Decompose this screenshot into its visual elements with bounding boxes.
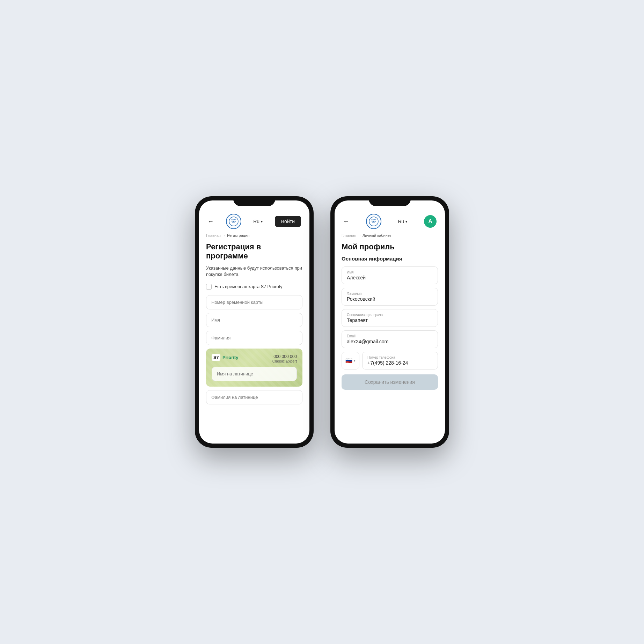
phone1-header: ← АВИА Ru ▾ Войти: [206, 214, 302, 229]
lang-chevron-2: ▾: [405, 220, 407, 224]
s7-card-type: Classic Expert: [272, 359, 297, 363]
back-button-2[interactable]: ←: [343, 218, 349, 225]
language-selector[interactable]: Ru ▾: [253, 219, 263, 224]
name-label: Имя: [347, 270, 433, 274]
specialty-field-group: Специализация врача Терапевт: [342, 309, 438, 327]
s7-badge: S7: [212, 354, 220, 361]
phone-input-group: Номер телефона +7(495) 228-16-24: [362, 352, 438, 369]
notch-2: [369, 196, 411, 206]
country-selector[interactable]: 🇷🇺 ▾: [342, 352, 359, 369]
breadcrumb-home-2[interactable]: Главная: [342, 233, 356, 237]
s7-priority-label: Priority: [222, 355, 239, 360]
country-chevron: ▾: [354, 359, 356, 363]
phone-label: Номер телефона: [367, 356, 433, 359]
name-input[interactable]: [206, 313, 302, 327]
avatar-letter: А: [428, 218, 432, 225]
s7-card-right: 000 000 000 Classic Expert: [272, 354, 297, 363]
logo-inner: АВИА: [227, 215, 240, 228]
lang-chevron: ▾: [261, 220, 263, 224]
page-title-2: Мой профиль: [342, 242, 438, 251]
card-content: S7 Priority 000 000 000 Classic Expert: [212, 354, 297, 363]
page-subtitle-1: Указанные данные будут использоваться пр…: [206, 265, 302, 278]
login-button[interactable]: Войти: [275, 216, 301, 227]
svg-text:АВИА: АВИА: [231, 219, 236, 221]
phone-2-frame: ← АВИА Ru ▾ А: [330, 196, 449, 448]
phone-1-frame: ← АВИА Ru ▾ Войти: [195, 196, 314, 448]
logo-2: АВИА: [366, 214, 381, 229]
language-selector-2[interactable]: Ru ▾: [398, 219, 407, 224]
name-field-group: Имя Алексей: [342, 266, 438, 284]
section-title: Основная информация: [342, 256, 438, 262]
specialty-label: Специализация врача: [347, 313, 433, 317]
specialty-value[interactable]: Терапевт: [347, 317, 433, 323]
phone2-header: ← АВИА Ru ▾ А: [342, 214, 438, 229]
s7-card-number: 000 000 000: [272, 354, 297, 359]
breadcrumb-arrow-2: →: [358, 234, 361, 237]
surname-field-group: Фамилия Рокосовский: [342, 288, 438, 306]
s7-logo: S7 Priority: [212, 354, 238, 361]
avatar[interactable]: А: [424, 215, 437, 228]
name-latin-input[interactable]: [212, 367, 297, 381]
surname-label: Фамилия: [347, 292, 433, 295]
save-button[interactable]: Сохранить изменения: [342, 374, 438, 390]
surname-latin-input[interactable]: [206, 390, 302, 404]
temp-card-input[interactable]: [206, 295, 302, 309]
svg-text:АВИА: АВИА: [371, 219, 376, 221]
s7-card-checkbox-label: Есть временная карта S7 Prioroty: [214, 284, 282, 289]
name-value[interactable]: Алексей: [347, 275, 433, 280]
email-value[interactable]: alex24@gmail.com: [347, 339, 433, 344]
phone-field-row: 🇷🇺 ▾ Номер телефона +7(495) 228-16-24: [342, 352, 438, 369]
breadcrumb-1: Главная → Регистрация: [206, 233, 302, 237]
breadcrumb-current: Регистрация: [227, 233, 249, 237]
email-label: Email: [347, 334, 433, 338]
lang-label-2: Ru: [398, 219, 404, 224]
breadcrumb-arrow: →: [222, 234, 226, 237]
phone-1-screen: ← АВИА Ru ▾ Войти: [199, 200, 309, 444]
breadcrumb-current-2: Личный кабинет: [363, 233, 391, 237]
back-button[interactable]: ←: [207, 218, 214, 225]
logo-inner-2: АВИА: [367, 215, 380, 228]
surname-input[interactable]: [206, 331, 302, 345]
logo: АВИА: [226, 214, 241, 229]
surname-value[interactable]: Рокосовский: [347, 296, 433, 302]
breadcrumb-home[interactable]: Главная: [206, 233, 221, 237]
lang-label: Ru: [253, 219, 259, 224]
breadcrumb-2: Главная → Личный кабинет: [342, 233, 438, 237]
notch-1: [233, 196, 275, 206]
page-title-1: Регистрация в программе: [206, 242, 302, 261]
s7-card-checkbox[interactable]: [206, 284, 212, 290]
flag-emoji: 🇷🇺: [345, 357, 352, 364]
phone-value[interactable]: +7(495) 228-16-24: [367, 360, 433, 366]
email-field-group: Email alex24@gmail.com: [342, 330, 438, 348]
s7-card-checkbox-row[interactable]: Есть временная карта S7 Prioroty: [206, 284, 302, 290]
s7-priority-card: S7 Priority 000 000 000 Classic Expert: [206, 349, 302, 387]
phone-2-screen: ← АВИА Ru ▾ А: [335, 200, 445, 444]
